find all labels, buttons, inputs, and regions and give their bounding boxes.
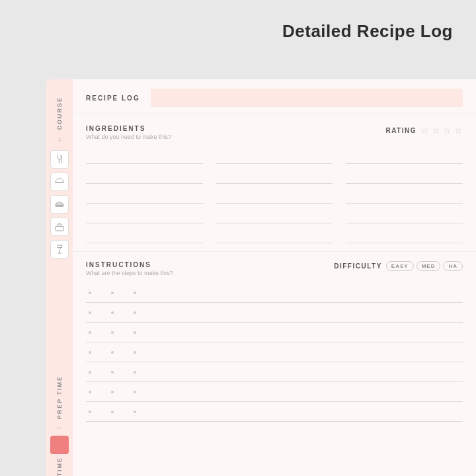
bullet-dot (89, 371, 91, 374)
ingredient-line[interactable] (346, 205, 463, 223)
ingredient-line[interactable] (346, 165, 463, 184)
ingredient-line[interactable] (346, 185, 463, 204)
ingredient-line[interactable] (216, 145, 333, 164)
instructions-subtitle: What are the steps to make this? (86, 270, 173, 276)
instructions-title: INSTRUCTIONS (86, 261, 173, 268)
bullet-dot (134, 371, 136, 374)
instruction-row[interactable] (86, 303, 463, 323)
ingredients-title-group: INGREDIENTS What do you need to make thi… (86, 125, 171, 140)
ingredient-line[interactable] (216, 185, 333, 204)
bullet-dot (111, 411, 114, 413)
recipe-card: COURSE ↓ PREP TIME (46, 79, 476, 476)
bullet-dot (111, 331, 114, 334)
star-1[interactable]: ☆ (420, 125, 429, 136)
bullet-dot (89, 311, 91, 314)
rating-area: RATING ☆ ☆ ☆ ☆ (385, 125, 463, 136)
easy-button[interactable]: EASY (386, 261, 414, 271)
time-label: TIME (56, 457, 63, 477)
bullet-dot (134, 311, 136, 314)
star-3[interactable]: ☆ (443, 125, 452, 136)
ingredient-line[interactable] (216, 225, 333, 243)
bullet-dot (134, 331, 136, 334)
instructions-section: INSTRUCTIONS What are the steps to make … (73, 252, 476, 428)
main-content: RECIPE LOG INGREDIENTS What do you need … (73, 79, 476, 476)
recipe-name-input[interactable] (151, 89, 463, 107)
bullet-dot (89, 351, 91, 354)
instructions-rows (86, 283, 463, 422)
rating-label: RATING (385, 127, 416, 134)
instruction-row[interactable] (86, 323, 463, 342)
bullet-dot (111, 311, 114, 314)
ingredient-line[interactable] (346, 145, 463, 164)
star-4[interactable]: ☆ (454, 125, 463, 136)
star-2[interactable]: ☆ (432, 125, 440, 136)
prep-time-label: PREP TIME (56, 376, 63, 419)
ingredients-section: INGREDIENTS What do you need to make thi… (73, 114, 476, 252)
instruction-row[interactable] (86, 362, 463, 382)
bullet-dot (111, 371, 114, 374)
dome-icon[interactable] (50, 173, 69, 191)
med-button[interactable]: MED (416, 261, 441, 271)
prep-time-section: PREP TIME ← (50, 376, 69, 454)
ingredient-line[interactable] (346, 225, 463, 243)
cocktail-icon[interactable] (50, 240, 69, 258)
sandwich-icon[interactable] (50, 195, 69, 214)
ingredient-line[interactable] (86, 225, 203, 243)
recipe-log-label: RECIPE LOG (86, 95, 140, 102)
instruction-row[interactable] (86, 402, 463, 422)
instructions-title-group: INSTRUCTIONS What are the steps to make … (86, 261, 173, 276)
arrow-down-icon: ↓ (58, 134, 61, 143)
bullet-dot (134, 292, 136, 294)
bullet-dot (89, 292, 91, 294)
hard-button[interactable]: HA (443, 261, 463, 271)
course-label: COURSE (56, 97, 63, 130)
page-title: Detailed Recipe Log (282, 21, 453, 42)
ingredients-grid (86, 145, 463, 245)
arrow-left-icon: ← (56, 424, 63, 432)
sidebar-icons (50, 150, 69, 258)
ingredient-line[interactable] (86, 185, 203, 204)
bullet-dot (134, 411, 136, 413)
ingredients-header: INGREDIENTS What do you need to make thi… (86, 125, 463, 140)
bullet-dot (111, 391, 114, 393)
bullet-dot (111, 292, 114, 294)
bullet-dot (134, 391, 136, 393)
prep-time-box[interactable] (50, 436, 69, 454)
instruction-row[interactable] (86, 382, 463, 402)
bullet-dot (89, 391, 91, 393)
difficulty-label: DIFFICULTY (334, 262, 382, 270)
utensils-icon[interactable] (50, 150, 69, 169)
stars[interactable]: ☆ ☆ ☆ ☆ (420, 125, 463, 136)
cake-icon[interactable] (50, 218, 69, 236)
difficulty-buttons: EASY MED HA (386, 261, 463, 271)
bullet-dot (134, 351, 136, 354)
ingredient-line[interactable] (216, 205, 333, 223)
sidebar: COURSE ↓ PREP TIME (46, 79, 73, 476)
bullet-dot (89, 411, 91, 413)
instruction-row[interactable] (86, 283, 463, 303)
time-label-section: TIME (56, 454, 63, 477)
ingredients-subtitle: What do you need to make this? (86, 134, 171, 140)
difficulty-area: DIFFICULTY EASY MED HA (334, 261, 463, 271)
ingredients-title: INGREDIENTS (86, 125, 171, 132)
instructions-header: INSTRUCTIONS What are the steps to make … (86, 261, 463, 276)
svg-rect-2 (56, 226, 63, 231)
bullet-dot (111, 351, 114, 354)
ingredient-line[interactable] (216, 165, 333, 184)
bullet-dot (89, 331, 91, 334)
instruction-row[interactable] (86, 342, 463, 362)
ingredient-line[interactable] (86, 205, 203, 223)
ingredient-line[interactable] (86, 145, 203, 164)
svg-rect-1 (56, 205, 63, 206)
ingredient-line[interactable] (86, 165, 203, 184)
header-row: RECIPE LOG (73, 79, 476, 114)
